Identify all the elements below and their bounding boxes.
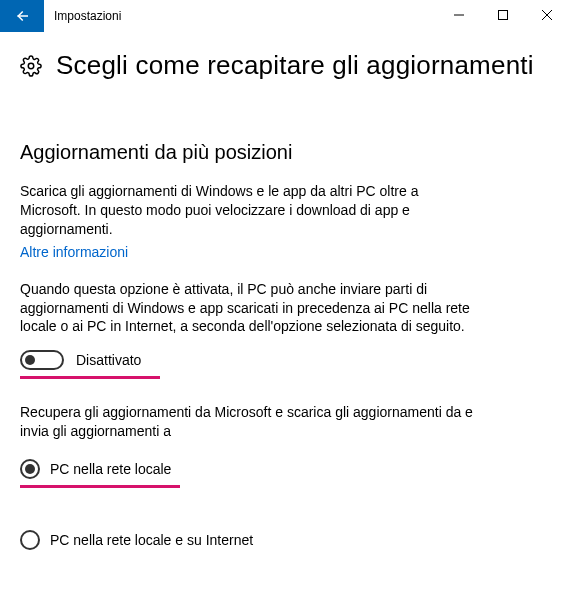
radio-option-local[interactable]: PC nella rete locale (20, 459, 549, 479)
close-button[interactable] (525, 0, 569, 30)
more-info-link[interactable]: Altre informazioni (20, 244, 128, 260)
window-title: Impostazioni (44, 0, 121, 32)
delivery-toggle[interactable] (20, 350, 64, 370)
svg-point-5 (28, 63, 34, 69)
titlebar: Impostazioni (0, 0, 569, 32)
maximize-button[interactable] (481, 0, 525, 30)
radio-icon (20, 459, 40, 479)
description-text: Quando questa opzione è attivata, il PC … (20, 280, 480, 337)
section-title: Aggiornamenti da più posizioni (20, 141, 549, 164)
page-title: Scegli come recapitare gli aggiornamenti (56, 50, 534, 81)
gear-icon (20, 55, 42, 77)
highlight-bar (20, 485, 180, 488)
titlebar-spacer (121, 0, 437, 32)
highlight-bar (20, 376, 160, 379)
radio-label: PC nella rete locale (50, 461, 171, 477)
toggle-state-label: Disattivato (76, 352, 141, 368)
source-text: Recupera gli aggiornamenti da Microsoft … (20, 403, 480, 441)
radio-option-internet[interactable]: PC nella rete locale e su Internet (20, 530, 549, 550)
intro-text: Scarica gli aggiornamenti di Windows e l… (20, 182, 480, 239)
toggle-knob (25, 355, 35, 365)
svg-rect-2 (499, 11, 508, 20)
minimize-button[interactable] (437, 0, 481, 30)
back-button[interactable] (0, 0, 44, 32)
close-icon (542, 10, 552, 20)
content: Scegli come recapitare gli aggiornamenti… (0, 32, 569, 550)
maximize-icon (498, 10, 508, 20)
minimize-icon (454, 10, 464, 20)
arrow-left-icon (13, 7, 31, 25)
page-header: Scegli come recapitare gli aggiornamenti (20, 50, 549, 81)
radio-icon (20, 530, 40, 550)
radio-label: PC nella rete locale e su Internet (50, 532, 253, 548)
delivery-toggle-row: Disattivato (20, 350, 549, 370)
window-controls (437, 0, 569, 32)
